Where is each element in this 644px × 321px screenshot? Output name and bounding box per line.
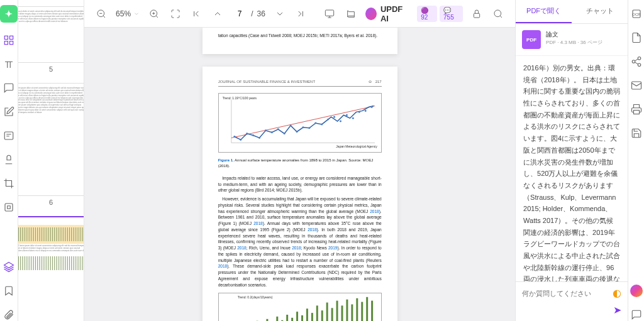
svg-rect-57: [326, 303, 328, 321]
feedback-icon[interactable]: [630, 308, 643, 321]
svg-rect-1: [10, 36, 13, 39]
svg-point-29: [327, 118, 329, 120]
badge-1: 🟣92: [417, 6, 437, 22]
svg-point-33: [352, 117, 354, 119]
document-viewport[interactable]: tation capacities (Case and Tidwell 2008…: [84, 28, 515, 321]
zoom-out-button[interactable]: [94, 6, 108, 21]
svg-point-32: [346, 114, 348, 116]
ai-input-bar: ◐: [516, 281, 628, 304]
svg-rect-72: [631, 82, 641, 89]
svg-rect-73: [633, 111, 639, 114]
thumbnail-page-7[interactable]: 217Figure 1 lorem ipsum dolor sit amet c…: [25, 216, 77, 321]
body-text: Impacts related to water access, land us…: [218, 175, 382, 193]
export-icon[interactable]: [630, 31, 643, 44]
credit-badges: 🟣92 💬755: [417, 6, 462, 22]
read-mode-icon[interactable]: [344, 6, 358, 21]
prev-page-button[interactable]: [211, 6, 225, 21]
thumbnails-icon[interactable]: [3, 34, 15, 46]
svg-point-27: [314, 122, 316, 124]
thumbnail-page-5[interactable]: Lorem ipsum dolor sit amet consectetur a…: [25, 6, 77, 73]
svg-point-30: [333, 116, 335, 117]
ai-question-input[interactable]: [522, 290, 609, 297]
save-icon[interactable]: [630, 127, 643, 139]
main-area: 65% / 36 UPDF AI 🟣92 💬755 tation capacit…: [84, 0, 515, 321]
updf-ai-logo[interactable]: UPDF AI: [365, 4, 409, 23]
svg-rect-52: [301, 315, 303, 321]
first-page-button[interactable]: [190, 6, 204, 21]
svg-rect-4: [4, 132, 13, 139]
svg-point-28: [321, 123, 323, 125]
search-icon[interactable]: [491, 6, 505, 21]
body-text: However, evidence is accumulating that J…: [218, 196, 382, 288]
tab-ask-pdf[interactable]: PDFで聞く: [516, 0, 572, 23]
edit-icon[interactable]: [3, 106, 15, 118]
text-icon[interactable]: [3, 58, 15, 70]
app-logo: ✦: [0, 5, 18, 23]
svg-rect-56: [321, 310, 323, 321]
svg-rect-54: [311, 313, 313, 321]
svg-rect-5: [5, 204, 13, 211]
share-icon[interactable]: [630, 55, 643, 68]
ai-orb-icon[interactable]: [630, 285, 643, 297]
lock-icon[interactable]: [470, 6, 484, 21]
svg-rect-55: [316, 306, 318, 321]
svg-rect-62: [351, 305, 353, 321]
svg-rect-2: [4, 41, 8, 45]
right-toolbar: OCR: [628, 0, 644, 321]
doc-title: 論文: [546, 30, 602, 39]
svg-rect-53: [306, 309, 308, 321]
svg-point-31: [340, 120, 341, 122]
figure-1-caption: Figure 1. Annual surface temperature ano…: [218, 158, 382, 169]
ocr-icon[interactable]: [3, 201, 15, 214]
stamp-icon[interactable]: [3, 153, 15, 166]
figure-1-chart: Trend: 1.19°C/100 years Japan Meteorolog…: [218, 93, 382, 153]
zoom-level[interactable]: 65%: [116, 9, 140, 18]
ocr-tool-icon[interactable]: OCR: [630, 8, 643, 20]
next-page-button[interactable]: [273, 6, 287, 21]
svg-text:OCR: OCR: [632, 13, 641, 16]
attachment-icon[interactable]: [3, 308, 15, 321]
thumb-label: 5: [49, 65, 53, 73]
comment-icon[interactable]: [3, 82, 15, 94]
svg-point-25: [302, 126, 304, 128]
svg-rect-49: [286, 315, 288, 321]
bookmark-icon[interactable]: [3, 285, 15, 297]
svg-rect-47: [276, 317, 278, 321]
pdf-icon: PDF: [522, 30, 541, 49]
fit-button[interactable]: [169, 6, 182, 21]
svg-point-17: [252, 134, 254, 136]
thumbnail-panel: Lorem ipsum dolor sit amet consectetur a…: [18, 0, 84, 321]
pdf-page-7: JOURNAL OF SUSTAINABLE FINANCE & INVESTM…: [203, 67, 397, 321]
page-input[interactable]: [232, 9, 247, 18]
hint-icon[interactable]: ◐: [613, 287, 621, 299]
svg-rect-58: [331, 308, 333, 321]
svg-point-21: [277, 128, 279, 130]
svg-point-35: [364, 110, 366, 112]
last-page-button[interactable]: [294, 6, 308, 21]
ai-summary-text: 2016年）別の男女。出典：環境省（2018年）。 日本は土地利用に関する重要な…: [516, 56, 628, 281]
svg-point-15: [240, 139, 242, 141]
svg-point-18: [258, 137, 260, 139]
svg-rect-66: [371, 301, 373, 321]
crop-icon[interactable]: [3, 177, 15, 190]
body-text: tation capacities (Case and Tidwell 2008…: [218, 33, 382, 39]
form-icon[interactable]: [3, 129, 15, 142]
email-icon[interactable]: [630, 79, 643, 92]
send-button[interactable]: ➤: [613, 304, 621, 316]
zoom-in-button[interactable]: [147, 6, 161, 21]
thumbnail-page-6[interactable]: 216 Lorem ipsum dolor sit amet consectet…: [25, 83, 77, 206]
figure-2-chart: Trend: 0.2(days/10years): [218, 293, 382, 321]
svg-point-36: [370, 106, 372, 108]
present-icon[interactable]: [323, 6, 336, 21]
thumb-label: 6: [49, 199, 53, 206]
top-toolbar: 65% / 36 UPDF AI 🟣92 💬755: [84, 0, 515, 28]
print-icon[interactable]: [630, 103, 643, 116]
svg-rect-61: [346, 300, 348, 321]
tab-chat[interactable]: チャット: [572, 0, 628, 23]
svg-rect-59: [336, 301, 338, 321]
left-toolbar: ✦: [0, 0, 18, 321]
doc-meta: PDF · 4.3 MB · 36 ページ: [546, 39, 602, 46]
svg-point-10: [494, 10, 501, 17]
layers-icon[interactable]: [3, 261, 15, 273]
svg-rect-3: [10, 41, 13, 45]
